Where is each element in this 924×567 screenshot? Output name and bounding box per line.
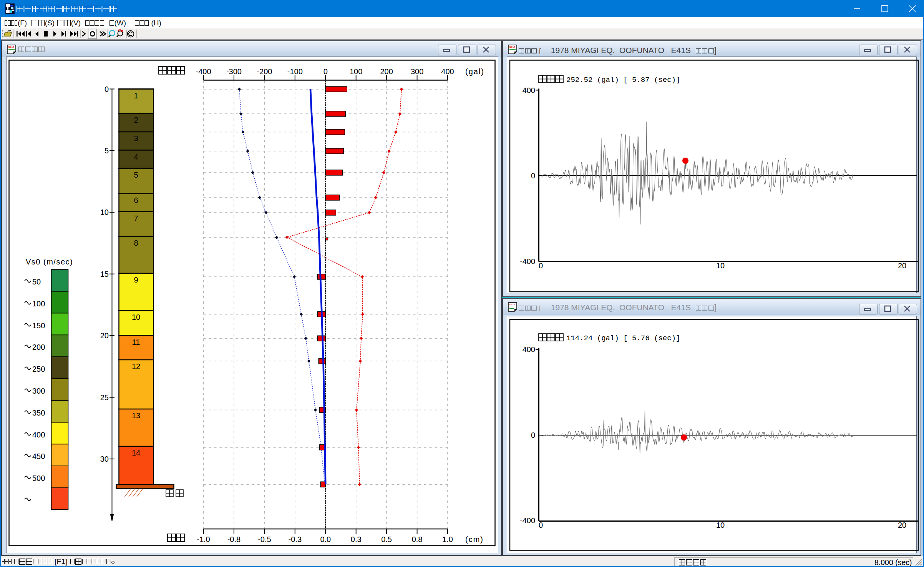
svg-text:0.8: 0.8 (412, 535, 423, 544)
svg-text:Vs0 (m/sec): Vs0 (m/sec) (26, 258, 73, 266)
svg-text:200: 200 (380, 67, 393, 76)
svg-text:20: 20 (100, 331, 109, 340)
svg-text:400: 400 (32, 431, 45, 439)
svg-text:-200: -200 (257, 67, 272, 76)
svg-text:8: 8 (134, 239, 138, 247)
svg-text:15: 15 (100, 270, 109, 278)
svg-text:200: 200 (32, 343, 45, 351)
svg-text:500: 500 (32, 474, 45, 482)
svg-text:400: 400 (441, 67, 454, 76)
svg-text:0.5: 0.5 (381, 535, 392, 544)
svg-text:-400: -400 (520, 516, 535, 525)
svg-text:250: 250 (32, 365, 45, 373)
svg-text:0: 0 (531, 431, 535, 439)
svg-text:0: 0 (323, 67, 328, 76)
svg-text:12: 12 (132, 362, 140, 371)
svg-text:0: 0 (539, 521, 543, 529)
svg-text:(gal): (gal) (465, 67, 484, 76)
svg-text:100: 100 (350, 67, 362, 76)
svg-text:(cm): (cm) (465, 535, 484, 544)
svg-text:252.52 (gal) [ 5.87 (sec)]: 252.52 (gal) [ 5.87 (sec)] (566, 76, 680, 84)
svg-text:300: 300 (32, 387, 45, 395)
svg-text:0: 0 (539, 261, 543, 270)
svg-text:20: 20 (898, 521, 906, 529)
svg-text:400: 400 (523, 345, 535, 354)
svg-text:20: 20 (898, 261, 906, 270)
svg-text:11: 11 (132, 338, 140, 346)
svg-text:-400: -400 (520, 257, 535, 266)
svg-text:0: 0 (105, 85, 109, 93)
svg-text:-0.8: -0.8 (227, 535, 241, 544)
svg-text:D012: D012 (509, 46, 515, 48)
svg-text:D012: D012 (509, 303, 515, 306)
svg-text:2: 2 (134, 116, 138, 124)
svg-text:-100: -100 (287, 67, 303, 76)
svg-text:50: 50 (32, 278, 41, 286)
svg-text:13: 13 (132, 411, 140, 420)
svg-text:350: 350 (32, 409, 45, 417)
svg-text:1.0: 1.0 (442, 535, 453, 544)
svg-text:100: 100 (32, 299, 45, 308)
svg-text:300: 300 (411, 67, 423, 76)
svg-text:14: 14 (132, 449, 140, 457)
svg-text:4: 4 (134, 153, 138, 161)
svg-text:114.24 (gal) [ 5.76 (sec)]: 114.24 (gal) [ 5.76 (sec)] (566, 334, 680, 343)
svg-text:-0.5: -0.5 (258, 535, 271, 544)
svg-text:6: 6 (134, 196, 138, 205)
svg-text:-300: -300 (226, 67, 242, 76)
svg-text:10: 10 (716, 261, 725, 270)
svg-text:150: 150 (32, 321, 45, 330)
svg-text:25: 25 (100, 393, 109, 402)
svg-text:1: 1 (134, 91, 138, 100)
svg-text:0.3: 0.3 (351, 535, 362, 544)
svg-text:10: 10 (716, 521, 725, 529)
svg-text:5: 5 (105, 146, 109, 155)
svg-text:-0.3: -0.3 (289, 535, 302, 544)
svg-text:10: 10 (100, 208, 109, 216)
svg-text:3: 3 (134, 134, 138, 143)
svg-text:450: 450 (32, 452, 45, 461)
svg-text:9: 9 (134, 276, 138, 284)
svg-text:0.0: 0.0 (320, 535, 331, 544)
svg-text:D012: D012 (8, 46, 14, 48)
svg-text:400: 400 (523, 86, 535, 95)
svg-text:30: 30 (100, 455, 109, 463)
svg-text:0: 0 (531, 171, 535, 180)
svg-text:-400: -400 (196, 67, 211, 76)
svg-text:5: 5 (134, 171, 138, 179)
svg-text:7: 7 (134, 214, 138, 223)
svg-text:-1.0: -1.0 (197, 535, 210, 544)
svg-text:10: 10 (132, 313, 140, 321)
